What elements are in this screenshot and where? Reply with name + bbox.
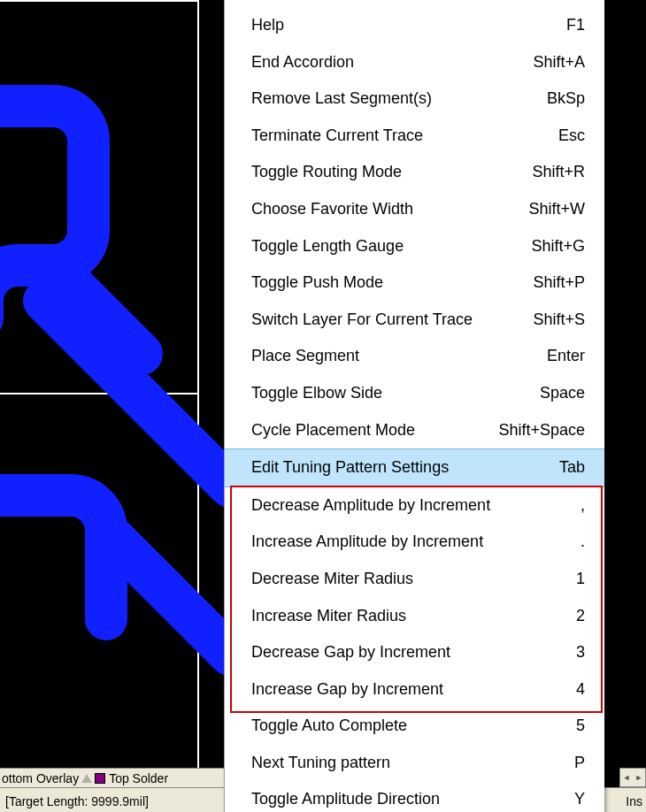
scroll-right-icon[interactable]: ► (635, 773, 643, 782)
menu-item-shortcut: BkSp (547, 89, 585, 109)
menu-item-label: Decrease Miter Radius (251, 570, 560, 589)
menu-item-remove-last-segment-s[interactable]: Remove Last Segment(s)BkSp (225, 80, 604, 118)
menu-item-toggle-auto-complete[interactable]: Toggle Auto Complete5 (225, 708, 604, 745)
menu-item-shortcut: Shift+P (533, 273, 585, 293)
menu-item-help[interactable]: HelpF1 (225, 7, 604, 44)
menu-item-place-segment[interactable]: Place SegmentEnter (225, 338, 604, 375)
status-target-length: [Target Length: 9999.9mil] (5, 794, 149, 808)
menu-item-end-accordion[interactable]: End AccordionShift+A (225, 44, 604, 81)
menu-item-shortcut: Shift+G (531, 237, 585, 257)
menu-item-shortcut: Tab (559, 458, 585, 478)
menu-item-label: Toggle Amplitude Direction (251, 790, 558, 809)
menu-item-decrease-miter-radius[interactable]: Decrease Miter Radius1 (225, 561, 604, 598)
menu-item-label: Place Segment (251, 347, 531, 366)
menu-item-shortcut: 3 (576, 643, 585, 663)
menu-item-shortcut: , (581, 496, 585, 516)
menu-item-shortcut: Shift+A (533, 53, 585, 73)
layer-tab-bottom-overlay[interactable]: ottom Overlay (2, 771, 79, 785)
menu-item-label: End Accordion (251, 53, 517, 73)
menu-item-shortcut: Esc (558, 126, 585, 146)
menu-item-label: Switch Layer For Current Trace (251, 310, 517, 330)
menu-item-increase-amplitude-by-increment[interactable]: Increase Amplitude by Increment. (225, 524, 604, 561)
menu-item-shortcut: . (581, 532, 585, 552)
menu-item-shortcut: P (574, 754, 585, 773)
menu-item-label: Increase Gap by Increment (251, 680, 560, 700)
menu-item-toggle-length-gauge[interactable]: Toggle Length GaugeShift+G (225, 228, 604, 265)
menu-item-increase-gap-by-increment[interactable]: Increase Gap by Increment4 (225, 671, 604, 709)
menu-item-shortcut: 4 (576, 680, 585, 700)
status-ins: Ins (626, 794, 642, 808)
menu-item-shortcut: Y (574, 790, 585, 809)
menu-item-shortcut: F1 (566, 16, 585, 35)
menu-item-label: Toggle Auto Complete (251, 716, 560, 736)
tuning-trace (0, 0, 230, 778)
menu-item-cycle-placement-mode[interactable]: Cycle Placement ModeShift+Space (225, 412, 604, 449)
menu-item-terminate-current-trace[interactable]: Terminate Current TraceEsc (225, 118, 604, 155)
layer-tabs[interactable]: ottom Overlay Top Solder (0, 768, 226, 787)
menu-item-increase-miter-radius[interactable]: Increase Miter Radius2 (225, 598, 604, 635)
layer-swatch (95, 773, 105, 784)
menu-item-next-tuning-pattern[interactable]: Next Tuning patternP (225, 745, 604, 782)
menu-item-label: Next Tuning pattern (251, 754, 558, 773)
menu-item-label: Increase Miter Radius (251, 607, 560, 626)
tab-separator (81, 774, 92, 783)
menu-item-shortcut: 5 (576, 716, 585, 736)
menu-item-shortcut: Shift+Space (498, 421, 585, 440)
menu-item-label: Toggle Elbow Side (251, 384, 524, 403)
menu-item-label: Decrease Gap by Increment (251, 643, 560, 663)
menu-item-switch-layer-for-current-trace[interactable]: Switch Layer For Current TraceShift+S (225, 302, 604, 339)
menu-item-shortcut: Enter (547, 347, 585, 366)
menu-item-toggle-push-mode[interactable]: Toggle Push ModeShift+P (225, 264, 604, 302)
menu-item-decrease-gap-by-increment[interactable]: Decrease Gap by Increment3 (225, 634, 604, 671)
menu-item-shortcut: Shift+W (528, 200, 585, 219)
menu-item-shortcut: Shift+S (533, 310, 585, 330)
menu-item-toggle-routing-mode[interactable]: Toggle Routing ModeShift+R (225, 154, 604, 191)
menu-item-label: Decrease Amplitude by Increment (251, 496, 565, 516)
menu-item-label: Toggle Push Mode (251, 273, 517, 293)
menu-item-label: Terminate Current Trace (251, 126, 542, 146)
menu-item-decrease-amplitude-by-increment[interactable]: Decrease Amplitude by Increment, (225, 487, 604, 525)
menu-item-label: Help (251, 16, 550, 35)
menu-item-label: Cycle Placement Mode (251, 421, 482, 440)
menu-item-label: Toggle Length Gauge (251, 237, 515, 257)
menu-item-toggle-elbow-side[interactable]: Toggle Elbow SideSpace (225, 375, 604, 412)
scroll-left-icon[interactable]: ◄ (623, 773, 631, 782)
menu-item-shortcut: 2 (576, 607, 585, 626)
menu-item-label: Increase Amplitude by Increment (251, 532, 565, 552)
menu-item-edit-tuning-pattern-settings[interactable]: Edit Tuning Pattern SettingsTab (225, 448, 604, 487)
menu-item-label: Remove Last Segment(s) (251, 89, 531, 109)
menu-item-choose-favorite-width[interactable]: Choose Favorite WidthShift+W (225, 191, 604, 228)
scroll-arrows[interactable]: ◄ ► (619, 768, 646, 787)
menu-item-label: Toggle Routing Mode (251, 163, 516, 182)
menu-item-toggle-amplitude-direction[interactable]: Toggle Amplitude DirectionY (225, 781, 604, 812)
menu-item-shortcut: 1 (576, 570, 585, 589)
menu-item-label: Choose Favorite Width (251, 200, 512, 219)
layer-tab-top-solder[interactable]: Top Solder (109, 771, 168, 785)
menu-item-shortcut: Shift+R (532, 163, 585, 182)
context-menu: HelpF1End AccordionShift+ARemove Last Se… (224, 0, 604, 812)
menu-item-label: Edit Tuning Pattern Settings (251, 458, 543, 478)
menu-item-shortcut: Space (540, 384, 585, 403)
